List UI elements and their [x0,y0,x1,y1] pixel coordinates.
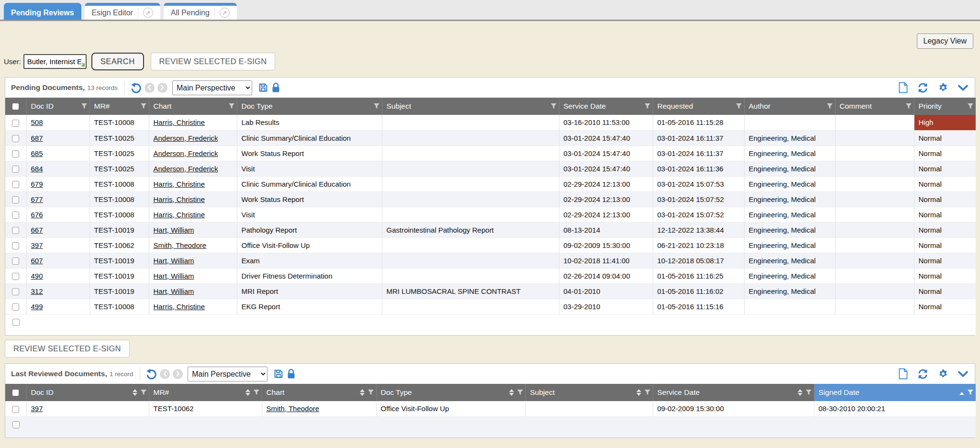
undo-icon[interactable] [146,369,157,380]
column-header-mr[interactable]: MR# [149,384,262,401]
cell-chart-link[interactable]: Anderson, Frederick [149,146,237,161]
column-header-service-date[interactable]: Service Date [653,384,814,401]
select-all-checkbox[interactable] [12,390,19,396]
row-checkbox[interactable] [12,242,19,249]
cell-chart-link[interactable]: Harris, Christine [149,191,237,207]
filter-icon[interactable] [368,389,374,396]
lock-perspective-icon[interactable] [271,82,280,93]
save-perspective-icon[interactable] [273,369,284,379]
filter-icon[interactable] [905,103,912,110]
cell-chart-link[interactable]: Harris, Christine [149,115,237,130]
filter-icon[interactable] [140,389,147,396]
cell-doc-id-link[interactable]: 490 [26,268,89,283]
cell-chart-link[interactable]: Hart, William [149,283,237,299]
row-checkbox[interactable] [12,166,19,173]
cell-chart-link[interactable]: Anderson, Frederick [149,130,237,146]
select-all-checkbox[interactable] [12,103,19,110]
table-row[interactable]: 397 TEST-10062 Smith, Theodore Office Vi… [5,401,976,416]
tab-all-pending[interactable]: All Pending ↗ [164,3,237,20]
filter-icon[interactable] [550,103,557,110]
filter-icon[interactable] [140,103,147,110]
new-document-icon[interactable] [898,82,908,93]
collapse-chevron-icon[interactable] [958,371,968,377]
next-page-icon[interactable] [157,83,167,93]
table-row[interactable]: 677 TEST-10008 Harris, Christine Work St… [5,191,976,207]
cell-doc-id-link[interactable]: 508 [26,115,89,130]
cell-doc-id-link[interactable]: 677 [26,191,89,207]
prev-page-icon[interactable] [160,369,170,379]
column-header-chart[interactable]: Chart [262,384,376,401]
table-row[interactable]: 607 TEST-10019 Hart, William Exam 10-02-… [5,253,976,268]
sort-ascending-icon[interactable] [959,388,964,397]
row-checkbox[interactable] [12,303,19,311]
new-document-icon[interactable] [898,368,908,380]
refresh-icon[interactable] [917,82,928,93]
sort-icon[interactable] [509,389,514,396]
filter-icon[interactable] [253,389,260,396]
cell-doc-id-link[interactable]: 397 [26,401,149,416]
collapse-chevron-icon[interactable] [958,85,968,91]
cell-doc-id-link[interactable]: 684 [26,161,89,176]
save-perspective-icon[interactable] [258,82,268,93]
table-row[interactable]: 508 TEST-10008 Harris, Christine Lab Res… [5,115,976,130]
cell-doc-id-link[interactable]: 667 [26,222,89,237]
row-checkbox[interactable] [12,150,19,157]
cell-chart-link[interactable]: Hart, William [149,268,237,283]
cell-chart-link[interactable]: Harris, Christine [149,176,237,191]
sort-icon[interactable] [798,389,802,396]
undo-icon[interactable] [131,82,142,93]
legacy-view-button[interactable]: Legacy View [917,34,973,49]
settings-gear-icon[interactable] [938,369,948,379]
sort-icon[interactable] [245,389,250,396]
cell-doc-id-link[interactable]: 687 [26,130,89,146]
column-header-doc-type[interactable]: Doc Type [376,384,525,401]
filter-icon[interactable] [735,103,742,110]
row-checkbox[interactable] [12,181,19,188]
table-row[interactable]: 312 TEST-10019 Hart, William MRI Report … [5,283,976,299]
table-row[interactable]: 667 TEST-10019 Hart, William Pathology R… [5,222,976,237]
lock-perspective-icon[interactable] [287,369,296,379]
column-header-signed-date-sorted[interactable]: Signed Date [814,384,976,401]
prev-page-icon[interactable] [145,83,155,93]
cell-doc-id-link[interactable]: 312 [26,283,89,299]
sort-icon[interactable] [636,389,641,396]
cell-doc-id-link[interactable]: 397 [26,237,89,253]
table-row[interactable]: 687 TEST-10025 Anderson, Frederick Clini… [5,130,976,146]
cell-doc-id-link[interactable]: 499 [26,299,89,314]
filter-icon[interactable] [373,103,380,110]
reviewed-perspective-select[interactable]: Main Perspective [188,367,267,381]
cell-chart-link[interactable]: Smith, Theodore [262,401,376,416]
cell-chart-link[interactable]: Harris, Christine [149,299,237,314]
cell-chart-link[interactable]: Anderson, Frederick [149,161,237,176]
tab-esign-editor[interactable]: Esign Editor ↗ [85,3,160,20]
cell-chart-link[interactable]: Hart, William [149,253,237,268]
table-row[interactable]: 490 TEST-10019 Hart, William Driver Fitn… [5,268,976,283]
cell-doc-id-link[interactable]: 679 [26,176,89,191]
row-checkbox[interactable] [12,421,20,428]
row-checkbox[interactable] [12,288,19,295]
table-row[interactable]: 679 TEST-10008 Harris, Christine Clinic … [5,176,976,191]
filter-icon[interactable] [228,103,235,110]
cell-doc-id-link[interactable]: 607 [26,253,89,268]
filter-icon[interactable] [826,103,833,110]
cell-chart-link[interactable]: Smith, Theodore [149,237,237,253]
user-input[interactable] [23,54,87,69]
external-link-icon[interactable]: ↗ [143,8,153,18]
search-button[interactable]: SEARCH [91,53,144,70]
filter-icon[interactable] [81,103,88,110]
settings-gear-icon[interactable] [938,82,948,93]
row-checkbox[interactable] [12,227,19,234]
row-checkbox[interactable] [12,212,19,219]
external-link-icon[interactable]: ↗ [220,8,230,18]
refresh-icon[interactable] [917,369,928,380]
row-checkbox[interactable] [12,273,19,280]
table-row[interactable]: 676 TEST-10008 Harris, Christine Visit 0… [5,207,976,222]
table-row[interactable]: 397 TEST-10062 Smith, Theodore Office Vi… [5,237,976,253]
row-checkbox[interactable] [12,319,20,326]
cell-doc-id-link[interactable]: 676 [26,207,89,222]
filter-icon[interactable] [517,389,523,396]
sort-icon[interactable] [133,389,137,396]
review-selected-esign-button-bottom[interactable]: REVIEW SELECTED E-SIGN [5,340,130,358]
review-selected-esign-button-top[interactable]: REVIEW SELECTED E-SIGN [151,53,276,70]
sort-icon[interactable] [360,389,365,396]
